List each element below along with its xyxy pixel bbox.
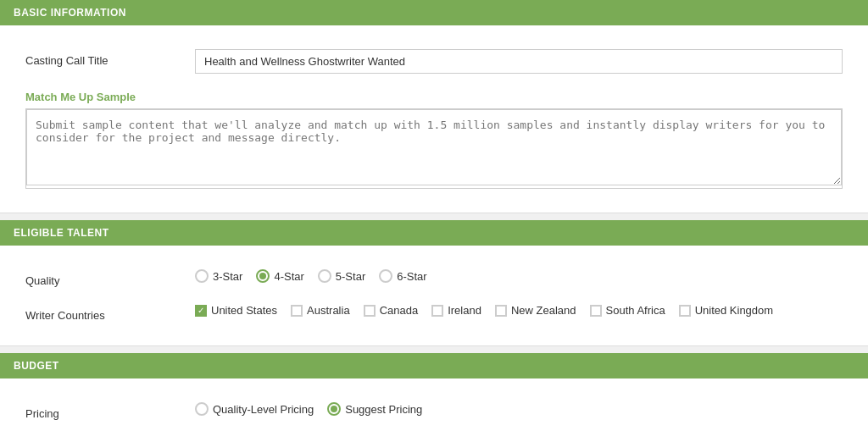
basic-info-header: BASIC INFORMATION xyxy=(0,0,868,25)
quality-6star-option[interactable]: 6-Star xyxy=(379,269,426,283)
quality-6star-radio[interactable] xyxy=(379,269,392,283)
country-ie-option[interactable]: Ireland xyxy=(431,304,481,317)
country-nz-option[interactable]: New Zealand xyxy=(495,304,576,317)
writer-countries-label: Writer Countries xyxy=(25,304,195,322)
match-me-up-container xyxy=(25,108,843,189)
country-us-label: United States xyxy=(211,304,277,317)
eligible-talent-header: ELIGIBLE TALENT xyxy=(0,220,868,246)
budget-body: Pricing Quality-Level Pricing Suggest Pr… xyxy=(0,378,868,442)
casting-call-title-label: Casting Call Title xyxy=(25,49,195,67)
budget-section: BUDGET Pricing Quality-Level Pricing xyxy=(0,353,868,442)
country-uk-label: United Kingdom xyxy=(695,304,774,317)
pricing-quality-level-option[interactable]: Quality-Level Pricing xyxy=(195,402,314,416)
quality-4star-radio[interactable] xyxy=(256,269,270,283)
pricing-suggest-radio[interactable] xyxy=(327,402,341,416)
eligible-talent-body: Quality 3-Star 4-Star xyxy=(0,246,868,346)
budget-header: BUDGET xyxy=(0,353,868,378)
country-ca-label: Canada xyxy=(380,304,419,317)
match-me-up-label: Match Me Up Sample xyxy=(25,91,136,103)
casting-call-title-control xyxy=(195,49,843,74)
quality-3star-radio[interactable] xyxy=(195,269,209,283)
country-au-checkbox[interactable] xyxy=(291,305,303,317)
match-me-up-row: Match Me Up Sample xyxy=(25,82,843,197)
country-za-option[interactable]: South Africa xyxy=(590,304,665,317)
country-ie-label: Ireland xyxy=(448,304,481,317)
country-ca-checkbox[interactable] xyxy=(364,305,376,317)
pricing-quality-level-label: Quality-Level Pricing xyxy=(213,403,314,416)
quality-4star-option[interactable]: 4-Star xyxy=(256,269,303,283)
pricing-label: Pricing xyxy=(25,402,195,420)
pricing-row: Pricing Quality-Level Pricing Suggest Pr… xyxy=(25,394,843,428)
country-uk-checkbox[interactable] xyxy=(679,305,691,317)
country-nz-checkbox[interactable] xyxy=(495,305,507,317)
country-au-label: Australia xyxy=(307,304,350,317)
page-wrapper: BASIC INFORMATION Casting Call Title Mat… xyxy=(0,0,868,442)
pricing-quality-level-radio[interactable] xyxy=(195,402,209,416)
basic-info-section: BASIC INFORMATION Casting Call Title Mat… xyxy=(0,0,868,213)
pricing-suggest-option[interactable]: Suggest Pricing xyxy=(327,402,422,416)
country-au-option[interactable]: Australia xyxy=(291,304,350,317)
quality-4star-label: 4-Star xyxy=(274,270,303,283)
basic-info-body: Casting Call Title Match Me Up Sample xyxy=(0,25,868,213)
quality-row: Quality 3-Star 4-Star xyxy=(25,261,843,296)
quality-label: Quality xyxy=(25,269,195,287)
eligible-talent-section: ELIGIBLE TALENT Quality 3-Star xyxy=(0,220,868,346)
country-ca-option[interactable]: Canada xyxy=(364,304,419,317)
gap-1 xyxy=(0,213,868,220)
country-us-checkbox[interactable] xyxy=(195,305,207,317)
country-ie-checkbox[interactable] xyxy=(431,305,443,317)
gap-2 xyxy=(0,346,868,353)
country-us-option[interactable]: United States xyxy=(195,304,277,317)
match-me-up-input[interactable] xyxy=(26,109,842,185)
quality-5star-radio[interactable] xyxy=(318,269,331,283)
quality-6star-label: 6-Star xyxy=(397,270,426,283)
writer-countries-row: Writer Countries United States Australia xyxy=(25,296,843,330)
country-za-checkbox[interactable] xyxy=(590,305,602,317)
casting-call-title-row: Casting Call Title xyxy=(25,41,843,82)
country-nz-label: New Zealand xyxy=(511,304,576,317)
country-uk-option[interactable]: United Kingdom xyxy=(679,304,774,317)
pricing-options: Quality-Level Pricing Suggest Pricing xyxy=(195,402,843,416)
countries-checkbox-group: United States Australia Canada xyxy=(195,304,843,317)
quality-3star-option[interactable]: 3-Star xyxy=(195,269,242,283)
quality-5star-label: 5-Star xyxy=(336,270,365,283)
quality-radio-group: 3-Star 4-Star 5-Star xyxy=(195,269,843,283)
pricing-radio-group: Quality-Level Pricing Suggest Pricing xyxy=(195,402,843,416)
casting-call-title-input[interactable] xyxy=(195,49,843,74)
pricing-suggest-label: Suggest Pricing xyxy=(345,403,422,416)
quality-3star-label: 3-Star xyxy=(213,270,242,283)
writer-countries-options: United States Australia Canada xyxy=(195,304,843,317)
quality-5star-option[interactable]: 5-Star xyxy=(318,269,365,283)
country-za-label: South Africa xyxy=(606,304,665,317)
quality-options: 3-Star 4-Star 5-Star xyxy=(195,269,843,283)
